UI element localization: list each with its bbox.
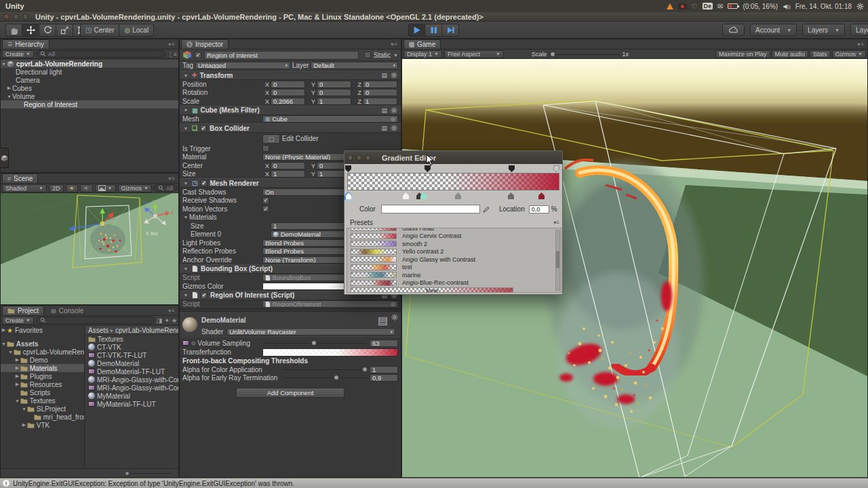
step-button[interactable] [442,24,459,37]
layout-dropdown[interactable]: Layout▼ [850,24,868,36]
window-minimize-button[interactable] [356,155,362,161]
script-object-field[interactable]: RegionOfInterest [262,300,398,308]
mesh-renderer-enabled-checkbox[interactable]: ✓ [201,180,208,186]
window-maximize-button[interactable] [22,14,28,20]
window-minimize-button[interactable] [13,14,19,20]
volume-sampling-value[interactable]: 63 [370,340,398,347]
add-component-button[interactable]: Add Component [236,388,344,398]
help-icon[interactable]: ▤ [381,72,387,79]
gear-icon[interactable] [391,72,397,79]
edit-collider-button[interactable]: ⬚ [262,134,280,144]
status-bar[interactable]: ! UnityEngine.ExitGUIException: Exceptio… [0,478,868,488]
tab-project[interactable]: Project [2,306,44,315]
hierarchy-item-cubes[interactable]: ▶Cubes [1,84,178,92]
position-y-field[interactable]: 0 [317,81,351,88]
file-row[interactable]: Textures [85,335,178,343]
scale-x-field[interactable]: 0,2066 [271,98,305,105]
scene-viewport[interactable]: z y x ≡ Iso [1,193,178,304]
file-row[interactable]: MyMaterial-TF-LUT [85,400,178,408]
breadcrumb-root[interactable]: Assets [88,327,108,334]
gear-icon[interactable] [391,314,398,321]
window-close-button[interactable] [347,155,353,161]
rotation-x-field[interactable]: 0 [271,89,305,96]
tree-textures[interactable]: ▼ Textures [1,396,84,405]
draw-mode-dropdown[interactable]: Shaded▼ [2,184,47,192]
hand-tool-button[interactable] [5,24,22,37]
alpha-early-slider[interactable] [284,374,366,382]
stats-toggle[interactable]: Stats [810,50,831,58]
desktop-app-name[interactable]: Unity [5,2,24,10]
asset-zoom-slider[interactable] [127,473,172,474]
tree-resources[interactable]: ▶ Resources [1,380,84,388]
panel-menu-icon[interactable]: ▾≡ [391,41,398,47]
shader-dropdown[interactable]: Unlit/Volume Raycaster [226,328,395,336]
tree-scripts[interactable]: Scripts [1,388,84,396]
scene-gizmos-dropdown[interactable]: Gizmos▼ [118,184,152,192]
pause-button[interactable] [425,24,442,37]
transferfunction-gradient[interactable] [262,348,398,357]
panel-menu-icon[interactable]: ▾≡ [857,41,865,47]
display-dropdown[interactable]: Display 1▼ [403,50,442,58]
window-maximize-button[interactable] [365,155,371,161]
mesh-object-field[interactable]: ▦ Cube [262,115,398,123]
account-dropdown[interactable]: Account▼ [750,24,797,36]
alpha-early-value[interactable]: 0,9 [370,374,398,382]
vlc-icon[interactable] [667,3,673,9]
stop-color-swatch[interactable] [381,205,480,214]
alpha-stop[interactable] [425,165,431,172]
alpha-color-value[interactable]: 1 [370,366,398,373]
scale-y-field[interactable]: 1 [317,98,351,105]
position-z-field[interactable]: 0 [363,81,397,88]
preset-row[interactable]: Angio Glassy with Contrast [347,256,561,264]
rotate-tool-button[interactable] [39,24,56,37]
new-preset-button[interactable]: New [351,287,513,293]
screen-recorder-icon[interactable] [678,3,687,9]
tree-plugins[interactable]: ▶ Plugins [1,372,84,380]
sound-icon[interactable]: ◀)) [783,3,790,9]
color-stops-row[interactable] [344,192,564,200]
foldout-icon[interactable]: ▶ [6,85,12,91]
favorite-search-icon[interactable]: ★ [172,317,177,324]
preset-row[interactable]: smooth 2 [347,240,561,248]
help-icon[interactable]: ▤ [378,314,388,327]
keyboard-layout-indicator[interactable]: De [703,3,713,9]
battery-icon[interactable] [728,3,738,9]
volume-sampling-slider[interactable] [264,340,366,347]
file-row[interactable]: MyMaterial [85,392,178,400]
aspect-dropdown[interactable]: Free Aspect▼ [444,50,504,58]
game-gizmos-dropdown[interactable]: Gizmos▼ [832,50,866,58]
preset-row[interactable]: test [347,264,561,272]
static-checkbox[interactable] [364,52,371,58]
presets-menu-icon[interactable]: ▾≡ [553,220,559,226]
panel-menu-icon[interactable]: ▾≡ [168,41,176,47]
gear-icon[interactable] [391,107,397,114]
preset-row[interactable]: marine [347,271,561,279]
hierarchy-item-region-of-interest[interactable]: Region of Interest [1,100,178,108]
help-icon[interactable]: ▤ [381,125,387,131]
color-stop[interactable] [420,192,427,199]
2d-toggle[interactable]: 2D [49,184,64,192]
hierarchy-item-camera[interactable]: Camera [1,76,178,84]
materials-foldout[interactable]: Materials [189,214,217,221]
gradient-bar[interactable] [347,173,559,190]
presets-scrollbar[interactable] [555,230,560,291]
breadcrumb-current[interactable]: cpvrLab-VolumeRendering [115,327,178,334]
audio-toggle[interactable] [80,184,93,192]
tab-game[interactable]: Game [403,39,441,49]
play-button[interactable] [408,24,425,37]
pivot-local-button[interactable]: ◍ Local [119,24,154,37]
foldout-icon[interactable]: ▼ [1,62,7,66]
mesh-filter-header[interactable]: ▼▦ Cube (Mesh Filter) ▤ [180,106,401,115]
cloud-services-button[interactable] [722,24,745,36]
tree-cpvrlab[interactable]: ▼ cpvrLab-VolumeRendering [1,348,84,356]
clock[interactable]: Fre, 14. Okt. 01:18 [795,3,852,10]
scrollbar-thumb[interactable] [556,251,559,268]
project-create-button[interactable]: Create▼ [2,317,34,325]
tree-favorites[interactable]: ▶★Favorites [1,326,84,334]
file-row[interactable]: DemoMaterial [85,359,178,367]
search-by-label-icon[interactable]: ✦ [164,317,170,324]
mute-audio-toggle[interactable]: Mute audio [772,50,809,58]
tree-materials[interactable]: ▶ Materials [1,364,84,372]
foldout-icon[interactable]: ▼ [6,94,12,99]
is-trigger-checkbox[interactable] [262,145,269,152]
